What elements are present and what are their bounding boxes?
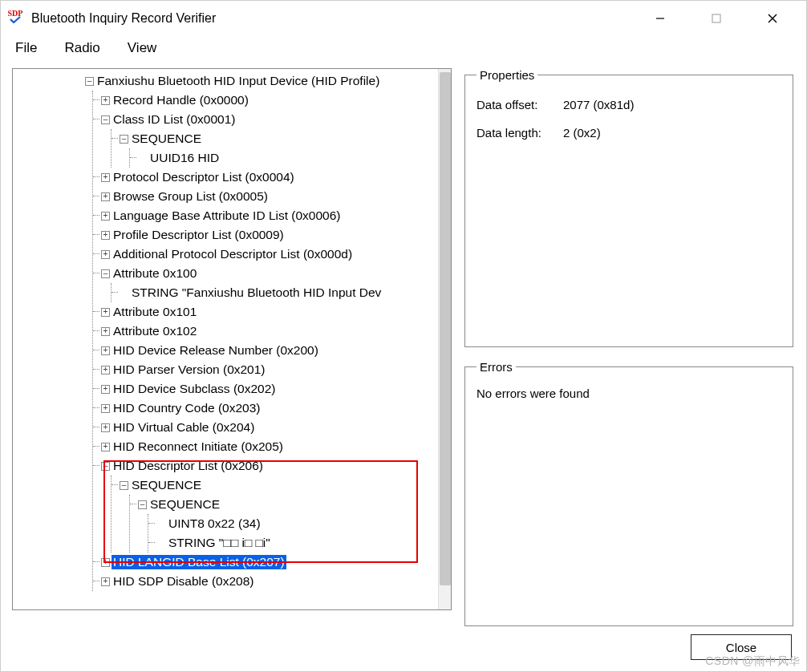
tree-string-boxes[interactable]: STRING "□□ i□ □i": [159, 533, 438, 553]
tree-langid-base[interactable]: +HID LANGID Base List (0x207): [103, 553, 438, 572]
menu-view[interactable]: View: [121, 38, 164, 58]
tree-scrollport[interactable]: –Fanxiushu Bluetooth HID Input Device (H…: [13, 69, 438, 609]
menu-file[interactable]: File: [9, 38, 43, 58]
tree-protocol-desc[interactable]: +Protocol Descriptor List (0x0004): [103, 168, 438, 187]
svg-rect-1: [712, 14, 720, 22]
tree-device-release[interactable]: +HID Device Release Number (0x200): [103, 341, 438, 360]
tree-virtual-cable[interactable]: +HID Virtual Cable (0x204): [103, 418, 438, 437]
errors-message: No errors were found: [476, 387, 781, 400]
data-length-value: 2 (0x2): [563, 126, 601, 140]
tree-class-id-list[interactable]: –Class ID List (0x0001): [103, 110, 438, 129]
minimize-button[interactable]: [646, 6, 675, 30]
tree-sequence-outer[interactable]: –SEQUENCE: [122, 476, 438, 495]
tree-sequence-1[interactable]: –SEQUENCE: [122, 129, 438, 148]
tree-sequence-inner[interactable]: –SEQUENCE: [140, 495, 438, 514]
client-area: –Fanxiushu Bluetooth HID Input Device (H…: [1, 60, 806, 671]
properties-legend: Properties: [476, 68, 537, 82]
tree-uint8-0x22[interactable]: UINT8 0x22 (34): [159, 514, 438, 533]
tree-descriptor-list[interactable]: –HID Descriptor List (0x206): [103, 456, 438, 476]
watermark: CSDN @雨中风华: [705, 654, 801, 669]
maximize-button[interactable]: [702, 6, 731, 30]
tree-attr-0x100-str[interactable]: STRING "Fanxiushu Bluetooth HID Input De…: [122, 283, 438, 302]
errors-legend: Errors: [476, 360, 516, 374]
tree-parser-version[interactable]: +HID Parser Version (0x201): [103, 360, 438, 379]
tree-browse-group[interactable]: +Browse Group List (0x0005): [103, 187, 438, 206]
tree-lang-base[interactable]: +Language Base Attribute ID List (0x0006…: [103, 206, 438, 225]
tree-profile-desc[interactable]: +Profile Descriptor List (0x0009): [103, 225, 438, 245]
tree-root[interactable]: –Fanxiushu Bluetooth HID Input Device (H…: [85, 71, 438, 91]
tree-uuid16[interactable]: UUID16 HID: [140, 148, 438, 168]
main-window: SDP Bluetooth Inquiry Record Verifier Fi…: [0, 0, 807, 672]
tree-addl-protocol[interactable]: +Additional Protocol Descriptor List (0x…: [103, 245, 438, 264]
titlebar: SDP Bluetooth Inquiry Record Verifier: [1, 1, 806, 36]
data-offset-value: 2077 (0x81d): [563, 98, 634, 111]
menubar: File Radio View: [1, 36, 806, 60]
scrollbar-thumb[interactable]: [440, 72, 451, 585]
app-icon: SDP: [7, 10, 23, 26]
tree-pane: –Fanxiushu Bluetooth HID Input Device (H…: [12, 68, 452, 610]
tree-attr-0x100[interactable]: –Attribute 0x100: [103, 264, 438, 283]
tree-device-subclass[interactable]: +HID Device Subclass (0x202): [103, 379, 438, 399]
tree-attr-0x102[interactable]: +Attribute 0x102: [103, 322, 438, 341]
data-length-label: Data length:: [476, 126, 557, 140]
tree-sdp-disable[interactable]: +HID SDP Disable (0x208): [103, 572, 438, 591]
close-window-button[interactable]: [758, 6, 787, 30]
tree-reconnect-init[interactable]: +HID Reconnect Initiate (0x205): [103, 437, 438, 456]
properties-panel: Properties Data offset: 2077 (0x81d) Dat…: [464, 68, 793, 347]
data-offset-label: Data offset:: [476, 98, 557, 111]
menu-radio[interactable]: Radio: [58, 38, 106, 58]
tree-country-code[interactable]: +HID Country Code (0x203): [103, 399, 438, 418]
window-title: Bluetooth Inquiry Record Verifier: [31, 11, 216, 26]
errors-panel: Errors No errors were found: [464, 360, 793, 626]
tree-record-handle[interactable]: +Record Handle (0x0000): [103, 91, 438, 110]
tree-attr-0x101[interactable]: +Attribute 0x101: [103, 302, 438, 322]
tree-scrollbar[interactable]: [438, 69, 451, 609]
